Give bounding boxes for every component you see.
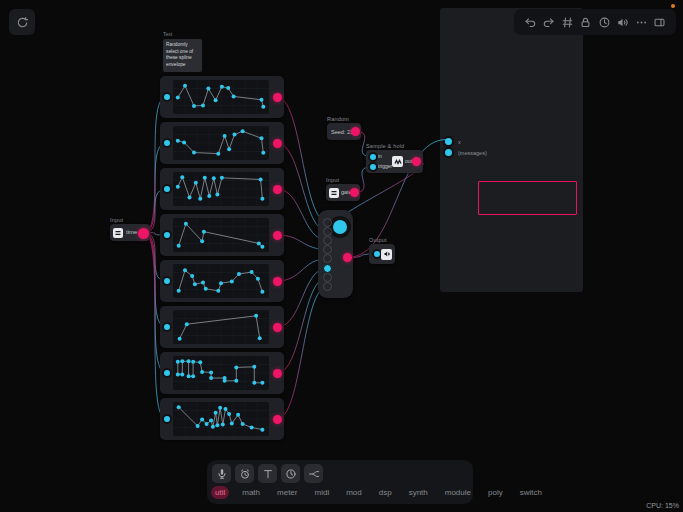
spline-point[interactable] <box>260 197 264 201</box>
selector-output-port[interactable] <box>343 253 352 262</box>
text-tool-button[interactable] <box>258 464 277 483</box>
spline-node[interactable] <box>160 214 284 256</box>
spline-point[interactable] <box>185 322 189 326</box>
spline-node[interactable] <box>160 306 284 348</box>
spline-point[interactable] <box>180 359 184 363</box>
spline-output-port[interactable] <box>273 139 282 148</box>
grid-button[interactable] <box>560 15 574 29</box>
panel-port-messages[interactable]: (messages) <box>443 147 487 158</box>
spline-point[interactable] <box>209 376 213 380</box>
spline-point[interactable] <box>188 195 192 199</box>
spline-input-port[interactable] <box>162 230 172 240</box>
spline-point[interactable] <box>183 268 187 272</box>
sh-in-port[interactable] <box>368 152 378 162</box>
spline-point[interactable] <box>215 423 219 427</box>
tab-module[interactable]: module <box>441 486 475 499</box>
spline-point[interactable] <box>214 411 218 415</box>
clock-button[interactable] <box>597 15 611 29</box>
selector-input-port[interactable] <box>323 227 332 236</box>
spline-point[interactable] <box>260 428 264 432</box>
spline-point[interactable] <box>233 133 237 137</box>
spline-plot[interactable] <box>173 218 269 252</box>
port-dot[interactable] <box>443 147 454 158</box>
tab-synth[interactable]: synth <box>405 486 432 499</box>
tab-mod[interactable]: mod <box>342 486 366 499</box>
spline-point[interactable] <box>260 136 264 140</box>
spline-point[interactable] <box>227 412 231 416</box>
history-button[interactable] <box>9 9 35 35</box>
spline-input-port[interactable] <box>162 138 172 148</box>
text-note[interactable]: Randomly select one of these spline enve… <box>163 39 202 72</box>
spline-point[interactable] <box>259 177 263 181</box>
sh-output-port[interactable] <box>412 157 421 166</box>
spline-point[interactable] <box>241 129 245 133</box>
sample-hold-node[interactable]: in trigger out <box>366 150 423 173</box>
inspector-panel[interactable]: x (messages) <box>440 8 583 292</box>
output-in-port[interactable] <box>372 249 382 259</box>
spline-point[interactable] <box>192 151 196 155</box>
spline-point[interactable] <box>177 244 181 248</box>
alarm-tool-button[interactable] <box>235 464 254 483</box>
sh-trigger-port[interactable] <box>368 162 378 172</box>
spline-input-port[interactable] <box>162 322 172 332</box>
selector-input-port[interactable] <box>323 264 332 273</box>
spline-point[interactable] <box>177 289 181 293</box>
spline-point[interactable] <box>178 337 182 341</box>
spline-point[interactable] <box>230 280 234 284</box>
spline-point[interactable] <box>250 270 254 274</box>
spline-point[interactable] <box>191 360 195 364</box>
spline-plot[interactable] <box>173 172 269 206</box>
spline-output-port[interactable] <box>273 93 282 102</box>
selector-index-port[interactable] <box>329 216 351 238</box>
spline-point[interactable] <box>182 140 186 144</box>
selector-node[interactable] <box>318 210 353 298</box>
spline-point[interactable] <box>176 360 180 364</box>
spline-input-port[interactable] <box>162 276 172 286</box>
undo-button[interactable] <box>523 15 537 29</box>
selector-input-port[interactable] <box>323 273 332 282</box>
spline-point[interactable] <box>237 272 241 276</box>
spline-point[interactable] <box>200 370 204 374</box>
random-node[interactable]: Seed: 235 <box>327 123 361 140</box>
spline-point[interactable] <box>205 422 209 426</box>
spline-output-port[interactable] <box>273 277 282 286</box>
spline-point[interactable] <box>224 407 228 411</box>
spline-point[interactable] <box>193 282 197 286</box>
spline-point[interactable] <box>191 374 195 378</box>
spline-node[interactable] <box>160 352 284 394</box>
spline-point[interactable] <box>206 87 210 91</box>
patch-wire[interactable] <box>277 97 328 222</box>
spline-point[interactable] <box>260 381 264 385</box>
spline-point[interactable] <box>220 176 224 180</box>
spline-point[interactable] <box>180 175 184 179</box>
spline-input-port[interactable] <box>162 184 172 194</box>
spline-point[interactable] <box>180 372 184 376</box>
tab-dsp[interactable]: dsp <box>375 486 396 499</box>
spline-point[interactable] <box>257 241 261 245</box>
spline-point[interactable] <box>176 139 180 143</box>
random-output-port[interactable] <box>351 127 360 136</box>
spline-plot[interactable] <box>173 126 269 160</box>
spline-point[interactable] <box>234 365 238 369</box>
spline-point[interactable] <box>241 422 245 426</box>
spline-plot[interactable] <box>173 310 269 344</box>
spline-point[interactable] <box>215 193 219 197</box>
gate-output-port[interactable] <box>350 188 359 197</box>
spline-point[interactable] <box>214 98 218 102</box>
spline-point[interactable] <box>207 194 211 198</box>
spline-output-port[interactable] <box>273 369 282 378</box>
spline-point[interactable] <box>261 151 265 155</box>
time-output-port[interactable] <box>138 228 149 239</box>
panel-port-x[interactable]: x <box>443 136 461 147</box>
spline-point[interactable] <box>227 147 231 151</box>
more-button[interactable] <box>634 15 648 29</box>
spline-point[interactable] <box>203 176 207 180</box>
spline-point[interactable] <box>201 103 205 107</box>
spline-point[interactable] <box>196 424 200 428</box>
spline-point[interactable] <box>230 421 234 425</box>
spline-point[interactable] <box>261 105 265 109</box>
redo-button[interactable] <box>542 15 556 29</box>
tab-math[interactable]: math <box>238 486 264 499</box>
speaker-button[interactable] <box>616 15 630 29</box>
spline-point[interactable] <box>260 245 264 249</box>
